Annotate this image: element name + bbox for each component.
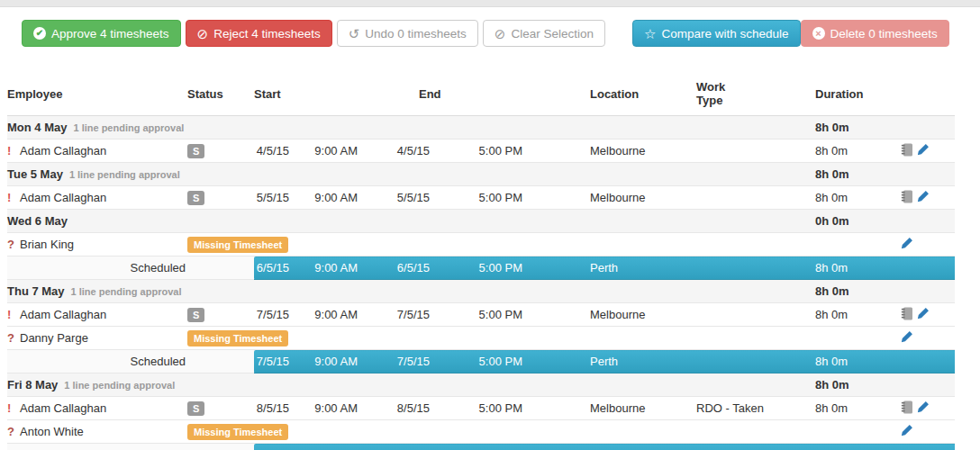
employee-cell: ?Anton White bbox=[7, 420, 187, 444]
employee-cell: !Adam Callaghan bbox=[7, 303, 187, 327]
delete-label: Delete 0 timesheets bbox=[830, 27, 938, 40]
start-date-cell: 4/5/15 bbox=[254, 140, 295, 163]
edit-pencil-icon[interactable] bbox=[901, 330, 913, 346]
duration-cell: 8h 0m bbox=[752, 303, 824, 327]
notes-icon[interactable] bbox=[901, 190, 913, 206]
work-type-cell bbox=[635, 186, 752, 210]
row-actions-cell bbox=[824, 233, 955, 256]
day-group-cell: Mon 4 May1 line pending approval bbox=[7, 116, 752, 140]
missing-timesheet-badge: Missing Timesheet bbox=[187, 424, 288, 440]
scheduled-duration-cell: 8h 0m bbox=[752, 444, 824, 450]
status-cell: S bbox=[187, 303, 254, 327]
scheduled-duration-cell: 8h 0m bbox=[752, 350, 824, 374]
end-date-cell: 7/5/15 bbox=[370, 303, 433, 327]
timesheet-row[interactable]: !Adam CallaghanS5/5/159:00 AM5/5/155:00 … bbox=[7, 186, 955, 210]
edit-pencil-icon[interactable] bbox=[917, 307, 930, 322]
work-type-cell bbox=[635, 303, 752, 327]
status-cell: Missing Timesheet bbox=[187, 420, 254, 444]
end-date-cell: 4/5/15 bbox=[370, 140, 433, 163]
missing-timesheet-row[interactable]: ?Brian KingMissing Timesheet bbox=[7, 233, 955, 256]
location: Perth bbox=[590, 261, 618, 274]
notes-icon[interactable] bbox=[901, 143, 913, 159]
status-badge: S bbox=[187, 191, 204, 205]
day-group-cell: Wed 6 May bbox=[7, 210, 752, 233]
pending-approval-note: 1 line pending approval bbox=[73, 122, 184, 133]
missing-timesheet-row[interactable]: ?Anton WhiteMissing Timesheet bbox=[7, 420, 955, 444]
day-total-duration-value: 8h 0m bbox=[815, 284, 849, 298]
day-group-label: Mon 4 May bbox=[7, 121, 67, 134]
delete-button[interactable]: × Delete 0 timesheets bbox=[801, 20, 949, 47]
scheduled-label: Scheduled bbox=[131, 355, 186, 368]
edit-pencil-icon[interactable] bbox=[917, 143, 930, 158]
compare-label: Compare with schedule bbox=[661, 27, 788, 40]
status-badge: S bbox=[187, 144, 204, 158]
work-type-cell bbox=[635, 420, 752, 444]
scheduled-location-cell: Perth bbox=[527, 256, 635, 280]
compare-with-schedule-button[interactable]: ☆ Compare with schedule bbox=[632, 20, 801, 47]
reject-button[interactable]: ⊘ Reject 4 timesheets bbox=[186, 20, 332, 47]
scheduled-location-cell: Perth bbox=[527, 350, 635, 374]
end-time: 5:00 PM bbox=[479, 401, 522, 415]
timesheet-row[interactable]: !Adam CallaghanS4/5/159:00 AM4/5/155:00 … bbox=[7, 140, 955, 163]
undo-label: Undo 0 timesheets bbox=[365, 27, 467, 40]
employee-name: Adam Callaghan bbox=[20, 144, 106, 158]
start-time-cell bbox=[295, 420, 370, 444]
edit-pencil-icon[interactable] bbox=[917, 400, 930, 416]
end-time-cell bbox=[433, 233, 527, 256]
approve-button[interactable]: ✔ Approve 4 timesheets bbox=[22, 20, 181, 47]
employee-name: Danny Parge bbox=[20, 331, 88, 345]
pending-approval-note: 1 line pending approval bbox=[71, 286, 182, 297]
employee-name: Anton White bbox=[20, 425, 84, 438]
scheduled-end-time-cell: 5:00 PM bbox=[433, 256, 527, 280]
employee-cell: ?Brian King bbox=[7, 233, 187, 256]
start-time-cell bbox=[295, 327, 370, 350]
day-group-row: Mon 4 May1 line pending approval8h 0m bbox=[7, 116, 955, 140]
location-cell: Melbourne bbox=[527, 397, 635, 420]
start-time-cell: 9:00 AM bbox=[295, 397, 370, 420]
scheduled-start-date-cell: 7/5/15 bbox=[254, 350, 295, 374]
scheduled-label-cell: Scheduled bbox=[7, 444, 254, 450]
start-date: 8/5/15 bbox=[257, 401, 289, 415]
duration-cell: 8h 0m bbox=[752, 186, 824, 210]
clear-selection-button[interactable]: ⊘ Clear Selection bbox=[483, 20, 605, 47]
day-group-label: Fri 8 May bbox=[7, 378, 58, 392]
pending-flag-icon: ! bbox=[7, 191, 15, 204]
ban-icon: ⊘ bbox=[495, 27, 506, 40]
edit-pencil-icon[interactable] bbox=[917, 190, 930, 205]
scheduled-duration-cell: 8h 0m bbox=[752, 256, 824, 280]
start-date-cell: 7/5/15 bbox=[254, 303, 295, 327]
employee-cell: !Adam Callaghan bbox=[7, 397, 187, 420]
missing-timesheet-row[interactable]: ?Danny PargeMissing Timesheet bbox=[7, 327, 955, 350]
row-actions-cell bbox=[824, 327, 955, 350]
col-header-end: End bbox=[370, 72, 527, 116]
start-date-cell: 8/5/15 bbox=[254, 397, 295, 420]
day-group-row: Tue 5 May1 line pending approval8h 0m bbox=[7, 163, 955, 186]
scheduled-end-date-cell: 8/5/15 bbox=[370, 444, 433, 450]
timesheet-row[interactable]: !Adam CallaghanS8/5/159:00 AM8/5/155:00 … bbox=[7, 397, 955, 420]
duration: 8h 0m bbox=[815, 144, 848, 158]
undo-button[interactable]: ↺ Undo 0 timesheets bbox=[337, 20, 478, 47]
location-cell bbox=[527, 233, 635, 256]
scheduled-start-date-cell: 6/5/15 bbox=[254, 256, 295, 280]
notes-icon[interactable] bbox=[901, 307, 913, 323]
start-date: 7/5/15 bbox=[257, 308, 289, 321]
end-date: 7/5/15 bbox=[397, 355, 430, 368]
star-icon: ☆ bbox=[644, 27, 656, 40]
missing-flag-icon: ? bbox=[7, 331, 15, 345]
timesheet-row[interactable]: !Adam CallaghanS7/5/159:00 AM7/5/155:00 … bbox=[7, 303, 955, 327]
day-total-duration: 0h 0m bbox=[752, 210, 824, 233]
edit-pencil-icon[interactable] bbox=[901, 237, 913, 252]
start-time-cell: 9:00 AM bbox=[295, 186, 370, 210]
scheduled-end-date-cell: 6/5/15 bbox=[370, 256, 433, 280]
end-time-cell: 5:00 PM bbox=[433, 140, 527, 163]
day-group-row: Wed 6 May0h 0m bbox=[7, 210, 955, 233]
check-circle-icon: ✔ bbox=[33, 27, 46, 40]
employee-cell: !Adam Callaghan bbox=[7, 140, 187, 163]
notes-icon[interactable] bbox=[901, 400, 913, 417]
start-time: 9:00 AM bbox=[314, 308, 358, 321]
day-group-row: Thu 7 May1 line pending approval8h 0m bbox=[7, 280, 955, 303]
work-type-cell: RDO - Taken bbox=[635, 397, 752, 420]
employee-name: Adam Callaghan bbox=[20, 191, 106, 204]
edit-pencil-icon[interactable] bbox=[901, 424, 913, 439]
end-date-cell bbox=[370, 327, 433, 350]
